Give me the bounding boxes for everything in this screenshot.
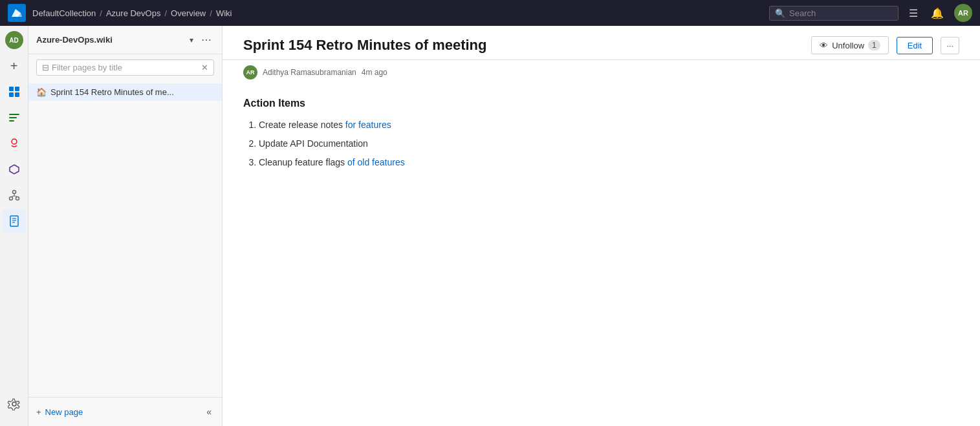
content-body: Action Items Create release notes for fe… [223, 85, 980, 426]
page-sidebar: Azure-DevOps.wiki ▾ ⋯ ⊟ ✕ 🏠 Sprint 154 R… [28, 26, 223, 426]
filter-bar[interactable]: ⊟ ✕ [36, 59, 214, 76]
svg-rect-4 [15, 92, 19, 97]
svg-rect-1 [9, 87, 14, 91]
search-icon: 🔍 [775, 8, 785, 18]
breadcrumb-overview[interactable]: Overview [171, 8, 206, 18]
new-page-plus-icon: + [36, 407, 41, 417]
page-tree-item[interactable]: 🏠 Sprint 154 Retro Minutes of me... [28, 83, 222, 101]
author-name: Adithya Ramasubramanian [263, 68, 356, 77]
filter-clear-icon[interactable]: ✕ [201, 63, 208, 72]
svg-point-9 [12, 191, 16, 194]
sidebar-icon-sprints[interactable] [3, 106, 26, 129]
sidebar-icon-boards[interactable] [3, 80, 26, 103]
content-meta: AR Adithya Ramasubramanian 4m ago [223, 60, 980, 85]
add-button[interactable]: + [3, 54, 26, 78]
content-header: Sprint 154 Retro Minutes of meeting 👁 Un… [223, 26, 980, 60]
action-item-2: Update API Documentation [259, 137, 959, 151]
svg-point-16 [12, 402, 16, 406]
action-item-1: Create release notes for features [259, 118, 959, 132]
svg-rect-2 [15, 87, 19, 91]
page-tree-item-label: Sprint 154 Retro Minutes of me... [50, 87, 174, 97]
unfollow-label: Unfollow [832, 41, 864, 50]
page-tree: 🏠 Sprint 154 Retro Minutes of me... [28, 81, 222, 397]
svg-point-10 [9, 197, 12, 200]
sidebar-top-avatar[interactable]: AD [5, 31, 23, 49]
top-nav-right: 🔍 ☰ 🔔 AR [769, 4, 972, 22]
page-sidebar-footer: + New page « [28, 397, 222, 426]
action-item-3: Cleanup feature flags of old features [259, 156, 959, 169]
sidebar-icon-artifacts[interactable] [3, 132, 26, 155]
wiki-title-chevron[interactable]: ▾ [190, 36, 193, 45]
svg-point-11 [16, 197, 19, 200]
sidebar-icon-wiki[interactable] [3, 209, 26, 233]
breadcrumb-wiki[interactable]: Wiki [216, 8, 232, 18]
user-avatar[interactable]: AR [954, 4, 972, 22]
new-page-label: New page [45, 407, 83, 417]
notification-icon[interactable]: 🔔 [928, 5, 946, 22]
page-sidebar-header: Azure-DevOps.wiki ▾ ⋯ [28, 26, 222, 54]
svg-rect-7 [9, 120, 14, 122]
time-ago: 4m ago [362, 68, 387, 77]
new-page-button[interactable]: + New page [36, 407, 83, 417]
wiki-title: Azure-DevOps.wiki [36, 35, 184, 45]
breadcrumb: DefaultCollection / Azure DevOps / Overv… [32, 8, 769, 18]
home-icon: 🏠 [36, 87, 47, 97]
breadcrumb-azure-devops[interactable]: Azure DevOps [106, 8, 161, 18]
svg-point-8 [12, 139, 17, 144]
section-heading: Action Items [243, 98, 959, 109]
action-items-list: Create release notes for features Update… [243, 118, 959, 169]
author-avatar: AR [243, 65, 257, 80]
content-area: Sprint 154 Retro Minutes of meeting 👁 Un… [223, 26, 980, 426]
search-box[interactable]: 🔍 [769, 6, 898, 21]
svg-rect-6 [9, 117, 17, 118]
sidebar-icons-top [3, 80, 26, 390]
page-title: Sprint 154 Retro Minutes of meeting [243, 37, 803, 54]
azure-devops-logo [8, 4, 26, 22]
breadcrumb-sep-3: / [210, 8, 212, 18]
view-list-icon[interactable]: ☰ [906, 5, 920, 22]
breadcrumb-sep-2: / [164, 8, 167, 18]
sidebar-icons-bottom [3, 392, 26, 421]
icon-sidebar: AD + [0, 26, 28, 426]
unfollow-button[interactable]: 👁 Unfollow 1 [811, 36, 889, 54]
sidebar-icon-test-plans[interactable] [3, 158, 26, 181]
more-options-button[interactable]: ··· [941, 37, 959, 54]
breadcrumb-default-collection[interactable]: DefaultCollection [32, 8, 96, 18]
collapse-sidebar-button[interactable]: « [204, 404, 214, 420]
edit-button[interactable]: Edit [897, 37, 933, 54]
sidebar-icon-repos[interactable] [3, 184, 26, 207]
svg-rect-3 [9, 92, 14, 97]
follower-count: 1 [868, 40, 880, 50]
search-input[interactable] [789, 8, 893, 18]
filter-icon: ⊟ [42, 63, 49, 72]
svg-rect-12 [10, 216, 18, 226]
sidebar-icon-settings[interactable] [3, 392, 26, 416]
main-layout: AD + [0, 26, 980, 426]
wiki-menu-button[interactable]: ⋯ [199, 32, 214, 47]
top-nav: DefaultCollection / Azure DevOps / Overv… [0, 0, 980, 26]
unfollow-icon: 👁 [820, 41, 828, 50]
filter-input[interactable] [52, 63, 201, 72]
svg-rect-5 [9, 114, 19, 115]
breadcrumb-sep-1: / [100, 8, 102, 18]
